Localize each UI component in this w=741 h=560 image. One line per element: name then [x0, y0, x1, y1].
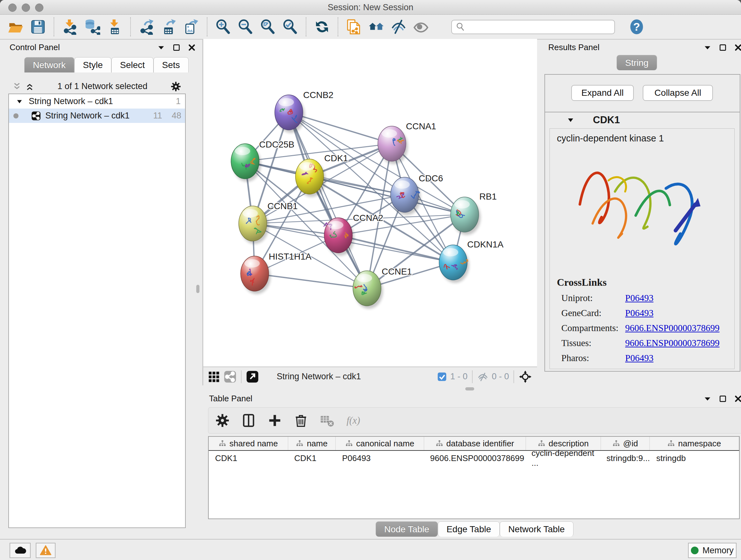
crosslink-link[interactable]: P06493: [625, 308, 654, 318]
table-cell[interactable]: CDK1: [288, 451, 336, 465]
table-splitter-handle[interactable]: [465, 387, 474, 390]
float-panel-icon[interactable]: [172, 44, 181, 52]
crosslink-link[interactable]: 9606.ENSP00000378699: [625, 338, 720, 348]
string-network-icon: [31, 111, 41, 121]
tab-network-table[interactable]: Network Table: [500, 521, 574, 537]
export-network-icon[interactable]: [135, 17, 158, 37]
crosslink-link[interactable]: P06493: [625, 293, 654, 303]
tab-node-table[interactable]: Node Table: [376, 521, 438, 537]
import-network-database-icon[interactable]: [81, 17, 104, 37]
delete-table-icon[interactable]: [318, 412, 336, 429]
node-CCNE1[interactable]: CCNE1: [353, 266, 412, 309]
tab-edge-table[interactable]: Edge Table: [438, 521, 500, 537]
collection-expander-icon[interactable]: [16, 98, 23, 105]
cloud-status-button[interactable]: [10, 543, 30, 558]
collapse-all-button[interactable]: Collapse All: [643, 85, 713, 101]
crosslink-label: Pharos:: [561, 353, 625, 363]
crosslink-link[interactable]: P06493: [625, 353, 654, 363]
network-collection-row[interactable]: String Network – cdk1 1: [9, 94, 185, 109]
node-CCNB1[interactable]: CCNB1: [239, 201, 298, 244]
hide-selected-icon[interactable]: [387, 17, 410, 37]
table-cell[interactable]: cyclin-dependent ...: [525, 451, 600, 465]
selected-checkbox-icon[interactable]: [437, 372, 447, 382]
crosslink-link[interactable]: 9606.ENSP00000378699: [625, 323, 720, 333]
function-builder-icon[interactable]: f(x): [344, 412, 362, 429]
float-panel-icon[interactable]: [719, 44, 727, 52]
column-header-@id[interactable]: @id: [601, 437, 650, 450]
tab-sets[interactable]: Sets: [153, 57, 189, 72]
column-header-name[interactable]: name: [288, 437, 336, 450]
table-settings-icon[interactable]: [213, 412, 231, 429]
grid-view-icon[interactable]: [208, 371, 220, 383]
merge-columns-icon[interactable]: [240, 412, 258, 429]
tab-select[interactable]: Select: [111, 57, 153, 72]
network-canvas[interactable]: CCNB2CCNA1CDC25BCDK1CDC6RB1CCNB1CCNA2CDK…: [203, 39, 537, 367]
table-header-row: shared namenamecanonical namedatabase id…: [209, 437, 739, 451]
refresh-layout-icon[interactable]: [311, 17, 333, 37]
gene-expander-icon[interactable]: [567, 116, 575, 124]
hidden-counts: 0 - 0: [492, 372, 509, 381]
node-RB1[interactable]: RB1: [451, 192, 496, 235]
hidden-eye-icon[interactable]: [477, 371, 488, 382]
column-header-shared-name[interactable]: shared name: [209, 437, 288, 450]
collapse-all-networks-icon[interactable]: [12, 82, 22, 91]
table-cell[interactable]: CDK1: [209, 451, 288, 465]
export-image-icon[interactable]: [180, 17, 202, 37]
gene-name: CDK1: [593, 114, 620, 126]
left-splitter-handle[interactable]: [196, 285, 199, 293]
table-cell[interactable]: stringdb:9...: [600, 451, 650, 465]
table-cell[interactable]: P06493: [336, 451, 424, 465]
network-list: String Network – cdk1 1 String Network –…: [8, 94, 186, 528]
node-HIST1H1A[interactable]: HIST1H1A: [241, 252, 312, 294]
save-session-icon[interactable]: [27, 17, 49, 37]
zoom-in-icon[interactable]: [212, 17, 234, 37]
add-column-icon[interactable]: [266, 412, 284, 429]
tab-style[interactable]: Style: [74, 57, 111, 72]
export-table-icon[interactable]: [158, 17, 180, 37]
first-neighbors-icon[interactable]: [365, 17, 387, 37]
open-in-window-icon[interactable]: [246, 370, 259, 383]
edge-CCNB2-CCNE1[interactable]: [289, 112, 367, 288]
tab-string[interactable]: String: [616, 55, 657, 70]
help-icon[interactable]: ?: [628, 18, 646, 36]
collection-name: String Network – cdk1: [29, 97, 113, 106]
close-panel-icon[interactable]: [734, 44, 741, 52]
import-table-file-icon[interactable]: [104, 17, 126, 37]
float-panel-icon[interactable]: [719, 395, 727, 403]
table-cell[interactable]: stringdb: [650, 451, 739, 465]
crosslink-label: Compartments:: [561, 323, 625, 333]
application-window: Session: New Session ? Control Panel Net…: [0, 0, 741, 560]
zoom-out-icon[interactable]: [234, 17, 257, 37]
warning-button[interactable]: [36, 543, 56, 558]
column-header-database-identifier[interactable]: database identifier: [424, 437, 526, 450]
panel-menu-icon[interactable]: [157, 44, 165, 52]
fit-selected-icon[interactable]: [519, 370, 532, 383]
network-options-gear-icon[interactable]: [171, 81, 181, 92]
node-CDC6[interactable]: CDC6: [391, 173, 443, 215]
import-network-file-icon[interactable]: [59, 17, 81, 37]
network-view-share-icon[interactable]: [224, 370, 237, 383]
search-field[interactable]: [466, 22, 611, 32]
column-header-namespace[interactable]: namespace: [650, 437, 739, 450]
network-row[interactable]: String Network – cdk1 11 48: [9, 109, 185, 123]
open-session-icon[interactable]: [4, 17, 27, 37]
tab-network[interactable]: Network: [24, 57, 74, 72]
expand-all-networks-icon[interactable]: [25, 82, 35, 91]
table-cell[interactable]: 9606.ENSP00000378699: [424, 451, 525, 465]
control-panel-controls: [157, 44, 196, 52]
zoom-fit-icon[interactable]: [257, 17, 279, 37]
panel-menu-icon[interactable]: [703, 44, 712, 52]
node-CDKN1A[interactable]: CDKN1A: [439, 240, 503, 283]
search-input[interactable]: [451, 20, 615, 34]
clone-network-icon[interactable]: [343, 17, 365, 37]
expand-all-button[interactable]: Expand All: [571, 85, 634, 101]
edge-HIST1H1A-CCNE1[interactable]: [255, 273, 367, 288]
panel-menu-icon[interactable]: [703, 395, 712, 403]
column-header-canonical-name[interactable]: canonical name: [336, 437, 424, 450]
delete-column-icon[interactable]: [292, 412, 310, 429]
zoom-selected-icon[interactable]: [279, 17, 301, 37]
close-panel-icon[interactable]: [188, 44, 196, 52]
memory-button[interactable]: Memory: [688, 543, 737, 558]
close-panel-icon[interactable]: [734, 395, 741, 403]
show-all-icon[interactable]: [410, 17, 432, 37]
